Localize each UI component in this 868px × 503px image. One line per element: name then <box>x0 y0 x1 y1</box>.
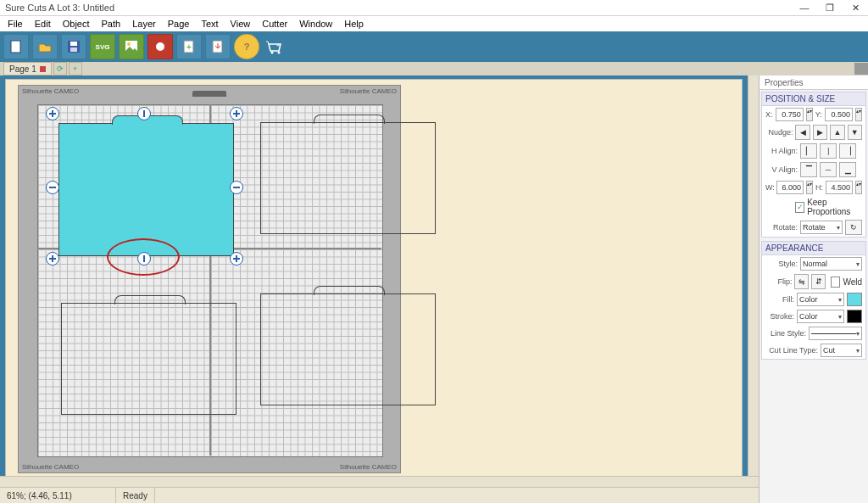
style-combo[interactable]: Normal <box>800 257 862 271</box>
properties-panel: Properties POSITION & SIZE X: 0.750▴▾ Y:… <box>759 75 868 503</box>
mat-brand-bl: Silhouette CAMEO <box>22 463 79 471</box>
rotate-combo[interactable]: Rotate <box>800 221 843 234</box>
svg-rect-3 <box>70 48 77 52</box>
import-image-button[interactable] <box>119 34 144 59</box>
menu-window[interactable]: Window <box>293 19 338 29</box>
status-zoom-coords: 61%; (4.46, 5.11) <box>0 488 116 503</box>
save-button[interactable] <box>61 34 86 59</box>
stroke-swatch[interactable] <box>847 310 862 323</box>
section-title-appearance: APPEARANCE <box>762 242 865 255</box>
annotation-circle-icon <box>107 238 180 276</box>
maximize-button[interactable]: ❐ <box>817 0 843 15</box>
cutline-combo[interactable]: Cut <box>821 344 862 357</box>
keep-proportions-checkbox[interactable]: ✓ <box>795 202 804 213</box>
minimize-button[interactable]: — <box>792 0 817 15</box>
shape-card-tr[interactable] <box>260 122 436 234</box>
svg-rect-0 <box>11 41 20 53</box>
menu-object[interactable]: Object <box>57 19 96 29</box>
rotate-apply-button[interactable]: ↻ <box>845 220 862 235</box>
shape-tab-icon <box>314 115 385 124</box>
menu-path[interactable]: Path <box>96 19 127 29</box>
svg-rect-2 <box>70 42 77 46</box>
stroke-combo[interactable]: Color <box>797 310 844 323</box>
valign-top-button[interactable]: ▔ <box>800 162 817 177</box>
add-page-button[interactable]: + <box>69 62 82 75</box>
close-button[interactable]: ✕ <box>843 0 868 15</box>
title-bar: Sure Cuts A Lot 3: Untitled — ❐ ✕ <box>0 0 868 16</box>
new-button[interactable] <box>3 34 29 59</box>
shape-card-br[interactable] <box>260 293 436 405</box>
store-button[interactable]: + <box>263 35 287 59</box>
h-label: H: <box>815 183 823 192</box>
help-button[interactable]: ? <box>234 34 259 59</box>
nudge-right-button[interactable]: ▶ <box>813 125 827 140</box>
export-button[interactable] <box>205 34 231 59</box>
shape-tab-icon <box>314 286 385 295</box>
menu-view[interactable]: View <box>225 19 257 29</box>
import-svg-button[interactable]: SVG <box>90 34 115 59</box>
section-appearance: APPEARANCE Style: Normal Flip: ⇋ ⇵ Weld … <box>761 241 866 360</box>
sel-handle-tl[interactable] <box>46 107 59 120</box>
halign-right-button[interactable]: ▕ <box>839 143 856 159</box>
x-input[interactable]: 0.750 <box>776 108 804 121</box>
nudge-left-button[interactable]: ◀ <box>795 125 810 140</box>
flip-v-button[interactable]: ⇵ <box>811 274 826 289</box>
linestyle-combo[interactable] <box>809 327 862 340</box>
open-button[interactable] <box>32 34 58 59</box>
fill-swatch[interactable] <box>847 293 862 306</box>
menu-text[interactable]: Text <box>195 19 224 29</box>
menu-layer[interactable]: Layer <box>126 19 162 29</box>
nudge-up-button[interactable]: ▲ <box>830 125 844 140</box>
menu-file[interactable]: File <box>2 19 29 29</box>
h-spinner[interactable]: ▴▾ <box>855 181 862 194</box>
sel-handle-tr[interactable] <box>230 107 243 120</box>
menu-edit[interactable]: Edit <box>29 19 57 29</box>
svg-text:+: + <box>276 42 280 48</box>
stroke-label: Stroke: <box>765 312 794 321</box>
mat-tab-icon <box>192 91 226 97</box>
menu-page[interactable]: Page <box>162 19 196 29</box>
menu-bar: File Edit Object Path Layer Page Text Vi… <box>0 16 868 31</box>
weld-checkbox[interactable] <box>831 277 840 288</box>
y-input[interactable]: 0.500 <box>825 108 853 121</box>
flip-h-button[interactable]: ⇋ <box>794 274 809 289</box>
tab-overflow-button[interactable] <box>854 63 868 75</box>
x-spinner[interactable]: ▴▾ <box>806 108 813 121</box>
y-spinner[interactable]: ▴▾ <box>855 108 862 121</box>
nudge-down-button[interactable]: ▼ <box>848 125 862 140</box>
fill-combo[interactable]: Color <box>797 293 844 306</box>
sel-handle-mr[interactable] <box>230 181 243 194</box>
menu-help[interactable]: Help <box>338 19 370 29</box>
w-input[interactable]: 6.000 <box>776 181 804 194</box>
w-spinner[interactable]: ▴▾ <box>806 181 813 194</box>
halign-left-button[interactable]: ▏ <box>800 143 817 159</box>
rotate-label: Rotate: <box>765 223 798 232</box>
status-bar: 61%; (4.46, 5.11) Ready <box>0 487 759 503</box>
page-settings-button[interactable]: ⟳ <box>53 62 67 75</box>
workspace[interactable]: Silhouette CAMEO Silhouette CAMEO Silhou… <box>0 75 759 487</box>
y-label: Y: <box>815 110 822 119</box>
shape-card-bl[interactable] <box>61 303 236 415</box>
page-tab-bar: Page 1 ⟳ + <box>0 62 868 75</box>
new-page-button[interactable]: + <box>176 34 202 59</box>
canvas-background: Silhouette CAMEO Silhouette CAMEO Silhou… <box>5 79 743 487</box>
linestyle-label: Line Style: <box>765 329 806 338</box>
nudge-label: Nudge: <box>765 128 793 137</box>
mat-brand-tr: Silhouette CAMEO <box>340 87 397 95</box>
sel-handle-br[interactable] <box>230 252 243 265</box>
valign-middle-button[interactable]: ─ <box>820 162 837 177</box>
section-position-size: POSITION & SIZE X: 0.750▴▾ Y: 0.500▴▾ Nu… <box>761 92 866 238</box>
sel-handle-bl[interactable] <box>46 252 59 265</box>
valign-bottom-button[interactable]: ▁ <box>839 162 856 177</box>
svg-point-6 <box>156 42 164 51</box>
halign-center-button[interactable]: ∣ <box>820 143 837 159</box>
trace-button[interactable] <box>147 34 173 59</box>
h-input[interactable]: 4.500 <box>826 181 853 194</box>
vertical-scrollbar[interactable] <box>748 75 759 477</box>
menu-cutter[interactable]: Cutter <box>256 19 293 29</box>
shape-card-selected[interactable] <box>58 123 234 256</box>
sel-handle-ml[interactable] <box>46 181 59 194</box>
page-tab-1[interactable]: Page 1 <box>3 62 52 75</box>
horizontal-scrollbar[interactable] <box>0 476 759 487</box>
sel-handle-tm[interactable] <box>137 107 151 120</box>
